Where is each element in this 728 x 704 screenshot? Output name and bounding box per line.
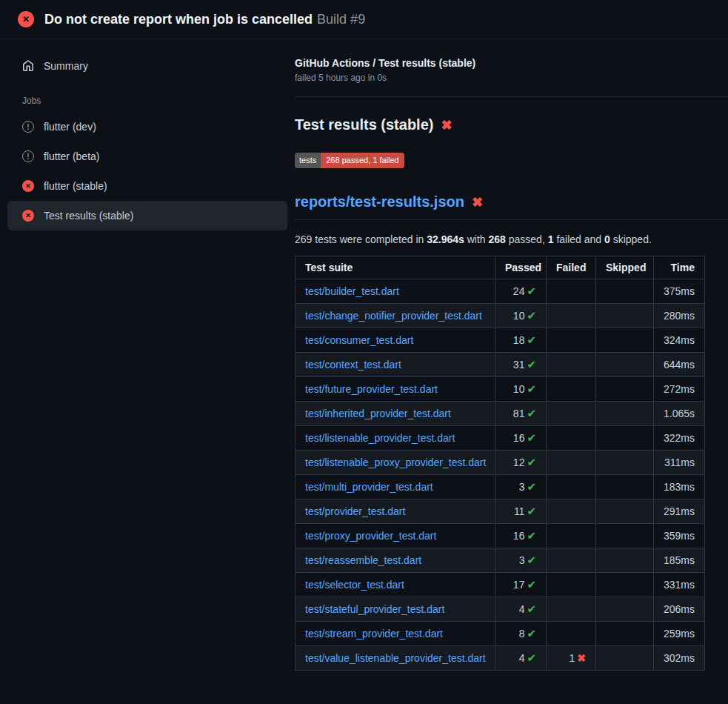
check-icon: ✔ (527, 456, 536, 468)
skipped-cell (596, 475, 654, 499)
failed-cell (547, 573, 596, 597)
table-row: test/inherited_provider_test.dart81✔1.06… (295, 402, 705, 426)
suite-link[interactable]: test/consumer_test.dart (305, 334, 413, 346)
suite-cell: test/change_notifier_provider_test.dart (295, 304, 495, 328)
suite-cell: test/stateful_provider_test.dart (295, 597, 495, 622)
passed-cell: 3✔ (495, 548, 547, 573)
build-number: Build #9 (317, 12, 365, 27)
table-row: test/value_listenable_provider_test.dart… (295, 646, 705, 671)
check-title: Test results (stable) ✖ (295, 116, 728, 133)
check-icon: ✔ (527, 602, 536, 615)
skipped-cell (596, 353, 654, 377)
failed-cell (547, 524, 596, 548)
suite-link[interactable]: test/reassemble_test.dart (305, 554, 421, 566)
suite-cell: test/multi_provider_test.dart (295, 475, 495, 499)
jobs-list: !flutter (dev)!flutter (beta)✕flutter (s… (7, 112, 287, 230)
failed-status-icon: ✕ (22, 210, 34, 222)
table-row: test/builder_test.dart24✔375ms (295, 279, 705, 304)
column-header: Time (654, 256, 705, 279)
sidebar-item-job[interactable]: !flutter (dev) (7, 112, 287, 142)
column-header: Skipped (596, 256, 654, 279)
passed-cell: 4✔ (495, 646, 547, 671)
failed-cell (547, 548, 596, 573)
suite-cell: test/future_provider_test.dart (295, 377, 495, 402)
job-label: flutter (beta) (44, 150, 99, 162)
job-label: flutter (stable) (44, 180, 107, 192)
cross-mark-icon: ✖ (577, 652, 586, 664)
check-icon: ✔ (527, 578, 536, 591)
check-icon: ✔ (527, 285, 536, 297)
skipped-cell (596, 499, 654, 524)
skipped-cell (596, 622, 654, 646)
suite-link[interactable]: test/stream_provider_test.dart (305, 628, 443, 640)
skipped-cell (596, 597, 654, 622)
failed-cell (547, 402, 596, 426)
passed-cell: 3✔ (495, 475, 547, 499)
suite-link[interactable]: test/future_provider_test.dart (305, 383, 438, 395)
check-icon: ✔ (527, 431, 536, 444)
check-icon: ✔ (527, 358, 536, 371)
suite-cell: test/listenable_provider_test.dart (295, 426, 495, 451)
sidebar-item-summary[interactable]: Summary (7, 53, 287, 79)
check-icon: ✔ (527, 505, 536, 517)
passed-cell: 81✔ (495, 402, 547, 426)
jobs-section-label: Jobs (22, 96, 287, 106)
suite-cell: test/context_test.dart (295, 353, 495, 377)
suite-link[interactable]: test/stateful_provider_test.dart (305, 603, 444, 615)
suite-cell: test/listenable_proxy_provider_test.dart (295, 451, 495, 475)
column-header: Failed (547, 256, 596, 279)
cancelled-status-icon: ! (22, 121, 34, 133)
sidebar-item-job[interactable]: !flutter (beta) (7, 142, 287, 171)
passed-cell: 24✔ (495, 279, 547, 304)
suite-link[interactable]: test/provider_test.dart (305, 505, 405, 517)
check-icon: ✔ (527, 480, 536, 493)
page-title: Do not create report when job is cancell… (44, 12, 365, 27)
time-cell: 280ms (654, 304, 705, 328)
table-row: test/selector_test.dart17✔331ms (295, 573, 705, 597)
suite-link[interactable]: test/value_listenable_provider_test.dart (305, 652, 486, 664)
suite-cell: test/proxy_provider_test.dart (295, 524, 495, 548)
skipped-cell (596, 524, 654, 548)
failed-cell (547, 279, 596, 304)
passed-cell: 17✔ (495, 573, 547, 597)
report-heading: reports/test-results.json ✖ (295, 193, 728, 220)
suite-link[interactable]: test/multi_provider_test.dart (305, 481, 433, 493)
table-row: test/context_test.dart31✔644ms (295, 353, 705, 377)
check-icon: ✔ (527, 627, 536, 640)
skipped-cell (596, 304, 654, 328)
suite-cell: test/inherited_provider_test.dart (295, 402, 495, 426)
sidebar-item-job[interactable]: ✕Test results (stable) (7, 201, 287, 230)
breadcrumb: GitHub Actions / Test results (stable) (295, 57, 728, 69)
suite-link[interactable]: test/proxy_provider_test.dart (305, 530, 436, 542)
table-row: test/listenable_proxy_provider_test.dart… (295, 451, 705, 475)
failed-cell (547, 353, 596, 377)
passed-cell: 16✔ (495, 524, 547, 548)
time-cell: 185ms (654, 548, 705, 573)
job-label: flutter (dev) (44, 121, 96, 133)
suite-link[interactable]: test/context_test.dart (305, 359, 401, 371)
suite-link[interactable]: test/builder_test.dart (305, 285, 399, 297)
time-cell: 291ms (654, 499, 705, 524)
suite-link[interactable]: test/inherited_provider_test.dart (305, 408, 451, 419)
suite-link[interactable]: test/listenable_proxy_provider_test.dart (305, 456, 486, 468)
summary-text: 269 tests were completed in 32.964s with… (295, 233, 728, 245)
suite-link[interactable]: test/listenable_provider_test.dart (305, 432, 455, 444)
suite-link[interactable]: test/change_notifier_provider_test.dart (305, 310, 482, 322)
column-header: Test suite (295, 256, 495, 279)
failed-cell: 1✖ (547, 646, 596, 671)
check-title-text: Test results (stable) (295, 116, 433, 133)
failed-cell (547, 597, 596, 622)
suite-link[interactable]: test/selector_test.dart (305, 579, 404, 591)
home-icon (22, 60, 34, 72)
time-cell: 272ms (654, 377, 705, 402)
time-cell: 331ms (654, 573, 705, 597)
time-cell: 259ms (654, 622, 705, 646)
sidebar-item-job[interactable]: ✕flutter (stable) (7, 171, 287, 201)
table-row: test/listenable_provider_test.dart16✔322… (295, 426, 705, 451)
passed-cell: 10✔ (495, 304, 547, 328)
cross-mark-icon: ✖ (441, 117, 452, 133)
skipped-cell (596, 377, 654, 402)
report-link[interactable]: reports/test-results.json (295, 193, 464, 210)
workflow-run-title: Do not create report when job is cancell… (44, 12, 313, 27)
time-cell: 322ms (654, 426, 705, 451)
